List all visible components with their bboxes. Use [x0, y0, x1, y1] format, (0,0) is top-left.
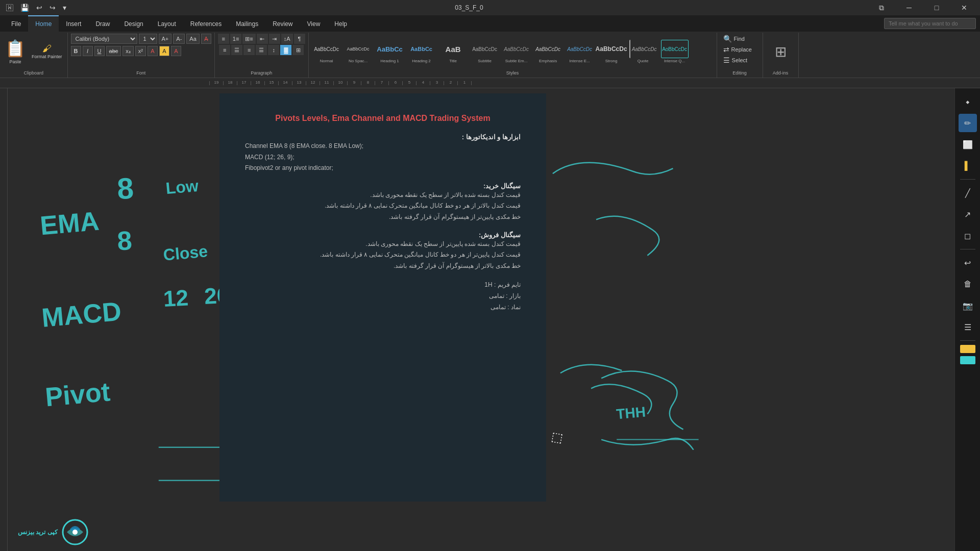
tool-pointer[interactable]: ⬥: [959, 92, 977, 111]
timeframe-section: تایم فریم : 1H بازار : تمامی نماد : تمام…: [245, 280, 521, 313]
text-highlight-button[interactable]: A: [159, 46, 169, 56]
borders-button[interactable]: ⊞: [292, 45, 304, 55]
para-row2: ≡ ☰ ≡ ☰ ↕ ▓ ⊞: [219, 45, 304, 55]
style-no-spacing-preview: AaBbCcDc: [345, 40, 372, 58]
tab-review[interactable]: Review: [265, 15, 300, 32]
tab-design[interactable]: Design: [117, 15, 150, 32]
tab-references[interactable]: References: [183, 15, 229, 32]
font-color-button[interactable]: A: [171, 46, 181, 56]
ruler: 19 18 17 16 15 14 13 12 11 10 9 8 7 6 5 …: [0, 78, 980, 88]
redo-icon[interactable]: ↪: [47, 3, 58, 13]
replace-button[interactable]: ⇄ Replace: [720, 44, 755, 55]
style-subtle-em[interactable]: AaBbCcDc Subtle Em...: [502, 39, 531, 64]
tab-home[interactable]: Home: [28, 15, 59, 32]
document-title-bar: 03_S_F_0: [68, 4, 870, 11]
app-icon: 🇼: [4, 3, 15, 13]
format-painter-button[interactable]: 🖌 Format Painter: [30, 42, 64, 61]
line-spacing-button[interactable]: ↕: [268, 45, 279, 55]
style-normal[interactable]: AaBbCcDc Normal: [312, 39, 341, 64]
paste-icon: 📋: [5, 39, 26, 58]
shading-button[interactable]: ▓: [280, 45, 291, 55]
tool-undo[interactable]: ↩: [959, 254, 977, 272]
tool-pen[interactable]: ✏: [959, 114, 977, 132]
style-title[interactable]: AaB Title: [438, 39, 468, 64]
color-yellow[interactable]: [960, 345, 975, 353]
strikethrough-button[interactable]: abc: [106, 46, 121, 56]
list-bullets-button[interactable]: ≡: [218, 34, 229, 44]
bold-button[interactable]: B: [71, 46, 81, 56]
find-button[interactable]: 🔍 Find: [720, 34, 748, 44]
ruler-12: 12: [306, 81, 320, 85]
align-right-button[interactable]: ≡: [243, 45, 255, 55]
minimize-button[interactable]: ─: [897, 0, 921, 15]
customize-icon[interactable]: ▾: [61, 3, 68, 13]
restore-button[interactable]: ⧉: [870, 0, 893, 15]
paste-button[interactable]: 📋 Paste: [3, 37, 28, 66]
tool-panel[interactable]: ☰: [959, 318, 977, 336]
clear-format-button[interactable]: A̶: [201, 34, 211, 44]
align-center-button[interactable]: ☰: [231, 45, 242, 55]
tool-line[interactable]: ╱: [959, 184, 977, 202]
color-cyan[interactable]: [960, 356, 975, 364]
increase-font-button[interactable]: A+: [159, 34, 172, 44]
change-case-button[interactable]: Aa: [186, 34, 199, 44]
style-subtitle[interactable]: AaBbCcDc Subtitle: [470, 39, 500, 64]
style-intense-q[interactable]: AoBbCcDc Intense Q...: [660, 39, 690, 64]
font-family-select[interactable]: Calibri (Body): [71, 34, 137, 44]
subscript-button[interactable]: x₂: [122, 46, 134, 56]
style-emphasis-label: Emphasis: [539, 59, 557, 63]
addins-icon: ⊞: [775, 43, 787, 60]
font-size-select[interactable]: 18: [139, 34, 157, 44]
align-left-button[interactable]: ≡: [219, 45, 230, 55]
list-numbered-button[interactable]: 1≡: [230, 34, 242, 44]
logo-icon: [62, 519, 88, 545]
tool-shape[interactable]: ◻: [959, 227, 977, 245]
style-no-spacing[interactable]: AaBbCcDc No Spac...: [344, 39, 373, 64]
style-heading2[interactable]: AaBbCc Heading 2: [407, 39, 436, 64]
tab-mailings[interactable]: Mailings: [229, 15, 265, 32]
search-input[interactable]: [884, 18, 976, 29]
decrease-font-button[interactable]: A-: [173, 34, 185, 44]
para-row1: ≡ 1≡ ⊞≡ ⇤ ⇥ ↕A ¶: [218, 34, 305, 44]
document-title: Pivots Levels, Ema Channel and MACD Trad…: [245, 114, 521, 123]
undo-icon[interactable]: ↩: [34, 3, 44, 13]
logo-text: کپی ترید بیزنس: [18, 529, 58, 536]
toolbar-divider2: [960, 249, 975, 249]
sort-button[interactable]: ↕A: [281, 34, 293, 44]
tool-eraser[interactable]: ⬜: [959, 135, 977, 154]
ruler-marks: 19 18 17 16 15 14 13 12 11 10 9 8 7 6 5 …: [209, 81, 485, 85]
tool-delete[interactable]: 🗑: [959, 275, 977, 293]
decrease-indent-button[interactable]: ⇤: [257, 34, 268, 44]
tab-insert[interactable]: Insert: [59, 15, 88, 32]
superscript-button[interactable]: x²: [135, 46, 146, 56]
tool-highlighter[interactable]: ▌: [959, 157, 977, 175]
toolbar-divider3: [960, 340, 975, 341]
addins-group: ⊞ Add-ins: [763, 33, 799, 78]
tab-file[interactable]: File: [4, 15, 28, 32]
tab-layout[interactable]: Layout: [151, 15, 183, 32]
increase-indent-button[interactable]: ⇥: [269, 34, 280, 44]
style-subtitle-label: Subtitle: [478, 59, 492, 63]
tab-draw[interactable]: Draw: [88, 15, 117, 32]
tab-view[interactable]: View: [300, 15, 328, 32]
style-strong[interactable]: AaBbCcDc Strong: [597, 39, 626, 64]
tool-screenshot[interactable]: 📷: [959, 296, 977, 315]
show-formatting-button[interactable]: ¶: [294, 34, 305, 44]
style-intense-em[interactable]: AaBbCcDc Intense E...: [565, 39, 595, 64]
text-effects-button[interactable]: A: [148, 46, 158, 56]
style-emphasis[interactable]: AaBbCcDc Emphasis: [533, 39, 563, 64]
style-heading1[interactable]: AaBbCc Heading 1: [375, 39, 405, 64]
style-heading2-label: Heading 2: [412, 59, 430, 63]
tool-arrow[interactable]: ↗: [959, 205, 977, 223]
select-button[interactable]: ☰ Select: [720, 55, 751, 65]
buy-signal-3: خط مکدی پایین‌تر از هیستوگرام آن قرار گر…: [245, 212, 521, 223]
italic-button[interactable]: I: [83, 46, 93, 56]
close-button[interactable]: ✕: [952, 0, 976, 15]
multilevel-list-button[interactable]: ⊞≡: [242, 34, 255, 44]
underline-button[interactable]: U: [94, 46, 105, 56]
save-icon[interactable]: 💾: [18, 3, 31, 13]
style-quote[interactable]: AaBbCcDc Quote: [628, 39, 658, 64]
maximize-button[interactable]: □: [925, 0, 948, 15]
justify-button[interactable]: ☰: [256, 45, 267, 55]
tab-help[interactable]: Help: [327, 15, 354, 32]
